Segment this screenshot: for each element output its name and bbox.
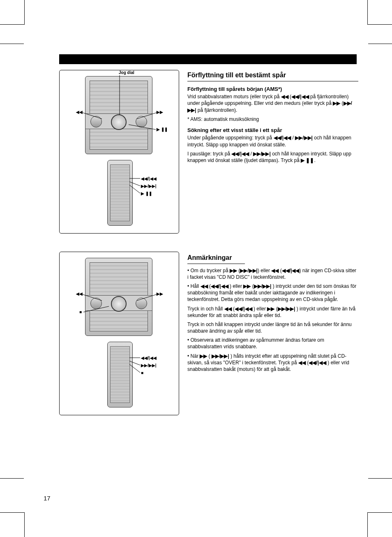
label-ff-icon-2: ▶▶ [157, 292, 163, 296]
rew-prev-icon: ◀◀/|◀◀ [211, 283, 228, 289]
rew-icon: ◀◀ [224, 306, 232, 312]
section-1: Förflyttning till ett bestämt spår Förfl… [187, 71, 358, 166]
text: på fjärrkontrollen). [198, 107, 238, 113]
rew-icon: ◀◀ [281, 94, 288, 100]
text: Tryck in och håll [187, 306, 223, 312]
crop-mark-top-right [367, 0, 392, 25]
text: Vrid snabbvalsratten moturs (eller tryck… [187, 94, 279, 100]
rew-icon: ◀◀ [271, 268, 279, 273]
label-remote-stop-2: ■ [141, 370, 143, 375]
note-1: • Om du trycker på ▶▶ (▶▶/▶▶|) eller ◀◀ … [187, 267, 358, 280]
ff-icon: ▶▶ [230, 268, 237, 273]
section-1-sub-a: Förflyttning till spårets början (AMS*) [187, 86, 358, 93]
ff-icon: ▶▶ [333, 100, 340, 106]
rule-bottom-right [368, 478, 392, 479]
rew-icon: ◀◀ [201, 283, 208, 289]
note-2: • Håll ◀◀ (◀◀/|◀◀ ) eller ▶▶ (▶▶/▶▶| ) i… [187, 283, 358, 303]
label-remote-ff-next-2: ▶▶/▶▶| [141, 363, 157, 368]
page-number: 17 [44, 495, 51, 502]
ff-icon: ▶▶ [243, 283, 251, 289]
figure-1: Jog dial ◀◀ ▶▶ ▶ ❚❚ ◀◀/|◀◀ ▶▶/▶▶| ▶ ❚❚ [59, 70, 179, 234]
text: ) eller [254, 306, 266, 312]
section-1-title: Förflyttning till ett bestämt spår [187, 71, 358, 81]
text: eller [261, 268, 270, 273]
section-1-sub-b: Sökning efter ett visst ställe i ett spå… [187, 127, 358, 134]
text: I pausläge: tryck på [187, 151, 230, 157]
section-2-title: Anmärkningar [187, 253, 245, 264]
note-4: Tryck in och håll knappen intryckt under… [187, 321, 358, 334]
label-remote-ff-next: ▶▶/▶▶| [141, 184, 157, 188]
figure-2: ◀◀ ▶▶ ■ ◀◀/|◀◀ ▶▶/▶▶| ■ [59, 252, 179, 415]
text: ) eller [230, 283, 242, 289]
label-stop-icon: ■ [79, 310, 82, 314]
label-rew-icon-2: ◀◀ [76, 292, 83, 296]
ff-next-icon: ▶▶/▶▶| [240, 268, 258, 273]
note-6: • När ▶▶ ( ▶▶/▶▶| ) hålls intryckt efter… [187, 353, 358, 373]
rew-prev-icon: ◀◀/|◀◀ [282, 268, 300, 273]
section-1-footnote: * AMS: automatisk musiksökning [187, 116, 358, 123]
section-1-body-a: Vrid snabbvalsratten moturs (eller tryck… [187, 93, 358, 113]
label-remote-rew-prev: ◀◀/|◀◀ [141, 176, 157, 181]
text: ( [209, 353, 210, 359]
remote-illustration-2 [107, 342, 133, 407]
label-remote-rew-prev-2: ◀◀/|◀◀ [141, 356, 157, 360]
label-rew-icon: ◀◀ [76, 110, 83, 114]
crop-mark-bottom-left [0, 512, 25, 537]
stereo-illustration [85, 76, 152, 154]
text: • Om du trycker på [187, 268, 228, 273]
text: • När [187, 353, 198, 359]
crop-mark-bottom-right [367, 512, 392, 537]
stereo-illustration-2 [85, 258, 152, 336]
note-3: Tryck in och håll ◀◀ (◀◀/|◀◀ ) eller ▶▶ … [187, 306, 358, 319]
rew-prev-icon: ◀◀/|◀◀ [274, 135, 291, 141]
text: Under pågående uppspelning: tryck på [187, 135, 272, 141]
rule-top-right [368, 44, 392, 44]
section-header-bar [59, 54, 357, 64]
section-1-body-b1: Under pågående uppspelning: tryck på ◀◀/… [187, 134, 358, 148]
ff-next-icon: ▶▶/▶▶| [278, 306, 295, 312]
text: • Håll [187, 283, 199, 289]
play-pause-icon: ▶ ❚❚ [301, 157, 314, 163]
label-remote-play-pause: ▶ ❚❚ [141, 191, 152, 196]
ff-icon: ▶▶ [267, 306, 274, 312]
label-ff-icon: ▶▶ [157, 110, 163, 114]
crop-mark-top-left [0, 0, 25, 25]
section-1-body-b2: I pausläge: tryck på ◀◀/|◀◀ / ▶▶/▶▶| och… [187, 150, 358, 164]
rew-prev-icon: ◀◀/|◀◀ [309, 360, 326, 366]
ff-next-icon: ▶▶/▶▶| [295, 135, 313, 141]
ff-next-icon: ▶▶/▶▶| [254, 283, 272, 289]
rew-prev-icon: ◀◀/|◀◀ [231, 151, 249, 157]
rule-top-left [0, 44, 24, 44]
rew-icon: ◀◀ [298, 360, 306, 366]
ff-icon: ▶▶ [200, 353, 207, 359]
rule-bottom-left [0, 478, 24, 479]
remote-illustration [107, 160, 133, 226]
note-5: • Observera att indikeringen av spårnumm… [187, 337, 358, 350]
label-play-pause-icon: ▶ ❚❚ [157, 127, 168, 132]
rew-prev-icon: ◀◀/|◀◀ [235, 306, 252, 312]
ff-next-icon: ▶▶/▶▶| [253, 151, 271, 157]
label-jog-dial: Jog dial [119, 70, 134, 75]
section-2: Anmärkningar • Om du trycker på ▶▶ (▶▶/▶… [187, 253, 358, 375]
ff-next-icon: ▶▶/▶▶| [212, 353, 229, 359]
rew-prev-icon: ◀◀/|◀◀ [291, 94, 309, 100]
text: Eller vrid den medurs (eller tryck på [254, 100, 332, 106]
